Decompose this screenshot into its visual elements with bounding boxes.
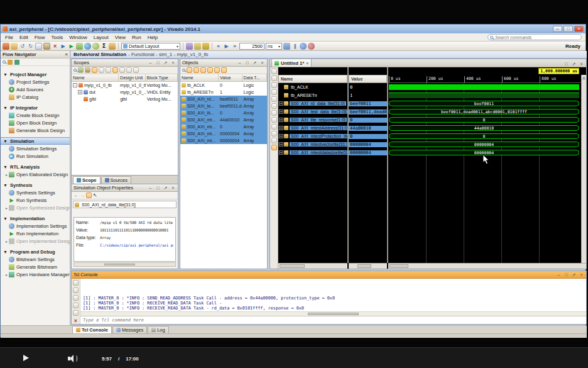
copy-output-icon[interactable] (73, 287, 79, 293)
run-flow-icon[interactable] (60, 43, 67, 50)
open-file-icon[interactable] (11, 43, 18, 50)
object-row[interactable]: S00_AXI_rd... beef0011 Array (180, 96, 267, 103)
inputs-filter-icon[interactable] (187, 67, 192, 73)
menu-item[interactable]: Edit (16, 35, 31, 40)
variables-filter-icon[interactable] (221, 67, 227, 73)
flow-navigator-item[interactable]: Open Block Design (1, 119, 70, 126)
wave-signal-name-row[interactable]: + S00_AXI_test_data_lite[3:0][31:0] (278, 108, 347, 116)
flow-navigator-item[interactable]: Synthesis (1, 181, 70, 189)
expand-arrow-icon[interactable]: ▸ (4, 239, 9, 243)
maximize-icon[interactable] (155, 186, 161, 191)
flow-navigator-item[interactable]: Project Settings (1, 78, 70, 86)
expand-arrow-icon[interactable]: ▸ (4, 272, 9, 277)
wave-signal-value-row[interactable]: 0 (349, 116, 387, 124)
run-for-icon[interactable] (231, 43, 238, 50)
property-value[interactable]: /myip_v1_0_tb/S00_AXI_rd_data_lite (100, 220, 173, 225)
flow-navigator-item[interactable]: RTL Analysis (1, 163, 70, 170)
flow-navigator-item[interactable]: ▸ Open Synthesized Design (1, 204, 70, 211)
bottom-tab[interactable]: Messages (112, 326, 147, 333)
pause-output-icon[interactable] (73, 295, 79, 301)
edit-icon[interactable] (202, 43, 209, 50)
wave-signal-value-row[interactable]: 0 (349, 83, 387, 91)
next-transition-icon[interactable] (271, 110, 277, 116)
close-tab-icon[interactable] (306, 60, 308, 66)
expand-toggle-icon[interactable]: + (279, 118, 283, 122)
close-icon[interactable] (259, 60, 265, 65)
object-row[interactable]: tb_ACLK 0 Logic (180, 82, 267, 89)
flow-navigator-item[interactable]: Generate Bitstream (1, 263, 70, 270)
expand-all-icon[interactable] (78, 67, 84, 73)
waveform-row[interactable]: 00000004 (388, 140, 580, 148)
close-icon[interactable] (170, 186, 176, 191)
maximize-icon[interactable] (564, 272, 569, 277)
wave-value-header[interactable]: Value (349, 75, 387, 83)
panel-tab[interactable]: Sources (101, 176, 132, 184)
flow-navigator-item[interactable]: IP Catalog (1, 93, 70, 101)
bottom-tab[interactable]: Log (148, 326, 169, 333)
packages-filter-icon[interactable] (99, 67, 104, 73)
wave-signal-name-row[interactable]: + S00_AXI_rd_data_lite[31:0] (278, 99, 347, 108)
menu-item[interactable]: File (2, 35, 16, 40)
restore-icon[interactable] (564, 26, 573, 32)
clear-console-icon[interactable] (74, 318, 77, 324)
object-row[interactable]: S00_AXI_lit... 0 Array (180, 109, 267, 116)
collapse-all-icon[interactable] (85, 67, 90, 73)
flow-navigator-item[interactable]: Synthesis Settings (1, 189, 70, 196)
scope-row[interactable]: + dut myip_v1_0_... VHDL Entity (72, 89, 178, 96)
waveform-row[interactable]: 0 (388, 116, 580, 124)
flow-navigator-item[interactable]: Bitstream Settings (1, 255, 70, 263)
bottom-tab[interactable]: Tcl Console (72, 326, 112, 333)
object-row[interactable]: S00_AXI_mt... 00000004 Array (180, 130, 267, 137)
time-unit-select[interactable]: ns (266, 43, 282, 50)
waveform-row[interactable]: beef0011 (388, 99, 580, 108)
column-header[interactable]: Design Unit (119, 74, 146, 81)
wave-signal-value-row[interactable]: 44a00010 (349, 124, 387, 132)
scope-row[interactable]: glbl glbl Verilog Mo... (72, 96, 178, 103)
zoom-fit-icon[interactable] (271, 89, 277, 95)
expand-toggle-icon[interactable]: + (279, 126, 283, 130)
float-icon[interactable] (571, 62, 577, 67)
expand-toggle-icon[interactable]: + (279, 142, 283, 147)
zoom-to-cursor-icon[interactable] (271, 96, 277, 102)
minimize-icon[interactable] (148, 60, 153, 65)
wave-signal-name-row[interactable]: + S00_AXI_mtestAddress[31:0] (278, 124, 347, 132)
previous-transition-icon[interactable] (271, 103, 277, 109)
flow-navigator-item[interactable]: Run Implementation (1, 230, 70, 237)
object-row[interactable]: S00_AXI_te... beef0011,d... Array (180, 103, 267, 109)
vertical-scrollbar[interactable]: ▲ (581, 75, 586, 263)
delete-icon[interactable] (52, 43, 58, 50)
search-commands-box[interactable] (487, 34, 582, 40)
zoom-out-icon[interactable] (271, 82, 277, 88)
tcl-command-input[interactable] (83, 318, 584, 323)
inouts-filter-icon[interactable] (200, 67, 206, 73)
maximize-icon[interactable] (244, 60, 250, 65)
wave-signal-value-row[interactable]: beef0011 (349, 99, 387, 108)
wave-signal-value-row[interactable]: 00000004 (349, 148, 387, 157)
run-all-icon[interactable] (223, 43, 230, 50)
play-icon[interactable] (23, 355, 29, 361)
object-row[interactable]: S00_AXI_mt... 0 Array (180, 123, 267, 130)
snap-to-transition-icon[interactable] (271, 131, 277, 137)
select-pointer-icon[interactable] (93, 192, 97, 198)
menu-item[interactable]: Run (129, 35, 144, 40)
expand-toggle-icon[interactable]: + (279, 134, 283, 138)
flow-navigator-item[interactable]: ▸ Open Implemented Design (1, 237, 70, 245)
scope-row[interactable]: - myip_v1_0_tb myip_v1_0_tb Verilog Mo..… (72, 82, 178, 89)
volume-icon[interactable] (68, 354, 78, 362)
flow-navigator-item[interactable]: Add Sources (1, 86, 70, 93)
probe-icon[interactable] (194, 43, 201, 50)
flow-navigator-item[interactable]: Program and Debug (1, 248, 70, 255)
modules-filter-icon[interactable] (92, 67, 97, 73)
maximize-icon[interactable] (155, 60, 161, 65)
add-marker-icon[interactable] (271, 117, 277, 123)
menu-item[interactable]: Help (144, 35, 161, 40)
close-icon[interactable] (170, 60, 176, 65)
menu-item[interactable]: Window (66, 35, 90, 40)
close-icon[interactable] (579, 272, 584, 277)
minimize-icon[interactable] (148, 186, 153, 191)
tcl-command-row[interactable] (80, 316, 586, 324)
wave-signal-name-row[interactable]: tb_ACLK (278, 83, 347, 91)
select-pointer-icon[interactable] (271, 69, 277, 74)
flow-navigator-item[interactable]: Implementation (1, 215, 70, 222)
flow-navigator-item[interactable]: Project Manager (1, 70, 70, 78)
